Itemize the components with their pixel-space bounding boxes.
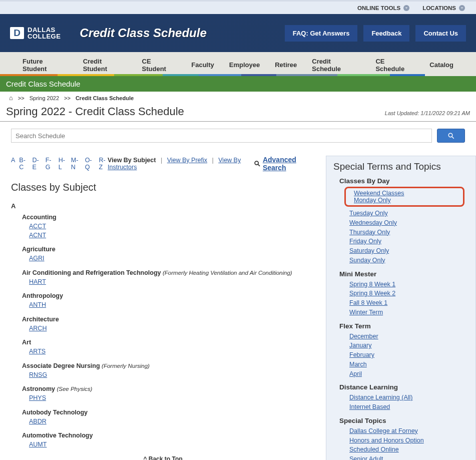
advanced-search-link[interactable]: Advanced Search xyxy=(263,156,315,172)
banner-actions: FAQ: Get Answers Feedback Contact Us xyxy=(285,25,466,42)
nav-retiree[interactable]: Retiree xyxy=(267,53,304,75)
side-link[interactable]: Weekend Classes xyxy=(354,190,460,197)
nav-faculty[interactable]: Faculty xyxy=(184,53,222,75)
side-link[interactable]: February xyxy=(349,350,374,360)
subject-block: Associate Degree Nursing (Formerly Nursi… xyxy=(22,362,315,380)
alpha-oq[interactable]: O-Q xyxy=(85,157,95,171)
locations-label: LOCATIONS xyxy=(422,5,456,11)
subject-title: Agriculture xyxy=(22,246,315,253)
nav-catalog[interactable]: Catalog xyxy=(422,53,461,75)
side-title: Special Terms and Topics xyxy=(333,161,468,172)
logo[interactable]: D DALLAS COLLEGE xyxy=(10,27,61,40)
subject-code-link[interactable]: ACNT xyxy=(29,231,46,240)
subject-code-link[interactable]: ARTS xyxy=(29,347,46,356)
subject-title: Associate Degree Nursing (Formerly Nursi… xyxy=(22,362,315,369)
subject-title: Astronomy (See Physics) xyxy=(22,385,315,392)
side-group-title: Classes By Day xyxy=(339,177,468,185)
advanced-search[interactable]: Advanced Search xyxy=(254,156,315,172)
side-group-title: Flex Term xyxy=(339,322,468,330)
side-link[interactable]: Tuesday Only xyxy=(349,209,388,218)
side-link[interactable]: Thursday Only xyxy=(349,228,390,237)
subject-code-link[interactable]: ANTH xyxy=(29,301,46,310)
svg-point-2 xyxy=(255,161,258,165)
last-updated: Last Updated: 1/11/2022 09:21 AM xyxy=(385,110,470,116)
alpha-a[interactable]: A xyxy=(11,157,15,171)
side-link[interactable]: Spring 8 Week 2 xyxy=(349,289,395,298)
subject-code-link[interactable]: AUMT xyxy=(29,440,47,449)
content: A B-C D-E F-G H-L M-N O-Q R-Z View By Su… xyxy=(0,146,476,460)
side-link[interactable]: Dallas College at Forney xyxy=(349,426,418,436)
alpha-bc[interactable]: B-C xyxy=(19,157,28,171)
subject-block: Accounting ACCTACNT xyxy=(22,214,315,240)
side-link[interactable]: Saturday Only xyxy=(349,246,389,256)
svg-line-3 xyxy=(258,164,260,166)
alpha-de[interactable]: D-E xyxy=(32,157,41,171)
subject-code-link[interactable]: HART xyxy=(29,278,46,287)
side-link[interactable]: January xyxy=(349,341,371,350)
subject-block: Autobody Technology ABDR xyxy=(22,409,315,426)
side-link[interactable]: March xyxy=(349,360,367,369)
side-link[interactable]: Winter Term xyxy=(349,308,383,317)
search-button[interactable] xyxy=(437,129,465,143)
breadcrumb: ⌂ >> Spring 2022 >> Credit Class Schedul… xyxy=(0,92,476,104)
subject-title: Accounting xyxy=(22,214,315,221)
side-link[interactable]: Scheduled Online xyxy=(349,445,399,454)
chevron-down-icon xyxy=(459,5,465,11)
faq-button[interactable]: FAQ: Get Answers xyxy=(285,25,358,42)
side-group-title: Distance Learning xyxy=(339,383,468,391)
subject-code-link[interactable]: RNSG xyxy=(29,371,47,380)
alpha-hl[interactable]: H-L xyxy=(59,157,67,171)
side-column: Special Terms and Topics Classes By DayW… xyxy=(326,156,476,460)
side-link[interactable]: Friday Only xyxy=(349,237,381,246)
alpha-mn[interactable]: M-N xyxy=(71,157,81,171)
subject-code-link[interactable]: AGRI xyxy=(29,254,45,263)
alpha-fg[interactable]: F-G xyxy=(46,157,55,171)
side-link[interactable]: Honors and Honors Option xyxy=(349,436,424,445)
side-link[interactable]: April xyxy=(349,369,362,379)
contact-button[interactable]: Contact Us xyxy=(415,25,466,42)
subject-code-link[interactable]: ABDR xyxy=(29,417,47,426)
side-link[interactable]: December xyxy=(349,332,378,341)
subject-code-link[interactable]: ACCT xyxy=(29,222,46,231)
side-link[interactable]: Spring 8 Week 1 xyxy=(349,280,395,289)
subject-title: Architecture xyxy=(22,316,315,323)
nav-underline xyxy=(0,74,476,76)
search-input[interactable] xyxy=(11,129,432,143)
subject-code-link[interactable]: ARCH xyxy=(29,324,47,333)
search-icon xyxy=(447,132,455,140)
back-to-top-link[interactable]: ^ Back to Top xyxy=(143,455,182,461)
subject-title: Air Conditioning and Refrigeration Techn… xyxy=(22,269,315,276)
breadcrumb-term[interactable]: Spring 2022 xyxy=(30,95,59,101)
banner-title: Credit Class Schedule xyxy=(80,26,206,40)
feedback-button[interactable]: Feedback xyxy=(363,25,409,42)
side-link[interactable]: Monday Only xyxy=(354,197,460,204)
side-link[interactable]: Fall 8 Week 1 xyxy=(349,298,387,308)
subject-heading: Classes by Subject xyxy=(11,182,315,193)
online-tools-link[interactable]: ONLINE TOOLS xyxy=(357,5,409,11)
subject-title: Autobody Technology xyxy=(22,409,315,416)
nav-employee[interactable]: Employee xyxy=(222,53,267,75)
home-icon[interactable]: ⌂ xyxy=(9,94,13,102)
subject-code-link[interactable]: PHYS xyxy=(29,394,46,403)
breadcrumb-separator: >> xyxy=(18,95,25,101)
main-column: A B-C D-E F-G H-L M-N O-Q R-Z View By Su… xyxy=(0,156,326,460)
subject-block: Architecture ARCH xyxy=(22,316,315,333)
breadcrumb-separator: >> xyxy=(64,95,71,101)
locations-link[interactable]: LOCATIONS xyxy=(422,5,465,11)
subject-block: Automotive Technology AUMT xyxy=(22,432,315,449)
alpha-rz[interactable]: R-Z xyxy=(99,157,108,171)
online-tools-label: ONLINE TOOLS xyxy=(357,5,400,11)
side-link[interactable]: Internet Based xyxy=(349,402,390,412)
filter-row: A B-C D-E F-G H-L M-N O-Q R-Z View By Su… xyxy=(11,156,315,172)
view-by: View By Subject | View By Prefix | View … xyxy=(108,157,254,171)
view-by-prefix[interactable]: View By Prefix xyxy=(167,157,207,164)
side-link[interactable]: Sunday Only xyxy=(349,256,385,265)
subject-block: Astronomy (See Physics)PHYS xyxy=(22,385,315,403)
banner: D DALLAS COLLEGE Credit Class Schedule F… xyxy=(0,14,476,52)
subject-block: Art ARTS xyxy=(22,339,315,356)
side-link[interactable]: Distance Learning (All) xyxy=(349,393,412,402)
special-terms-panel: Special Terms and Topics Classes By DayW… xyxy=(326,156,476,460)
letter-heading: A xyxy=(11,202,315,210)
side-link[interactable]: Senior Adult xyxy=(349,454,383,460)
side-link[interactable]: Wednesday Only xyxy=(349,218,397,228)
